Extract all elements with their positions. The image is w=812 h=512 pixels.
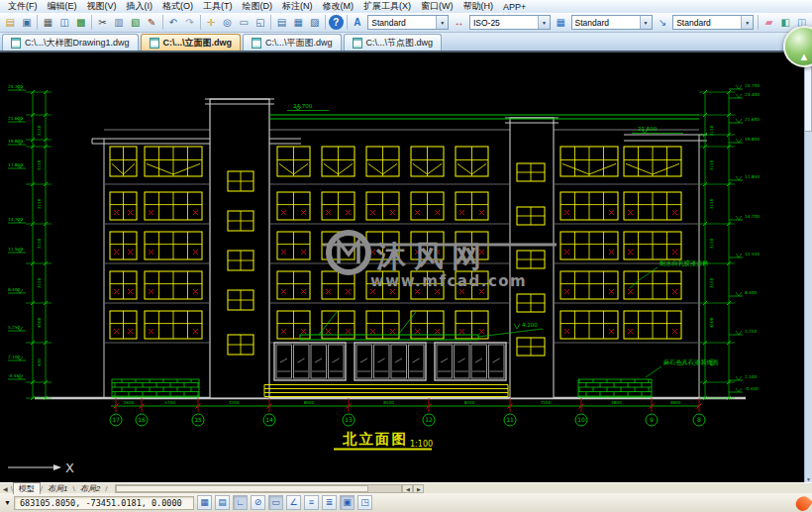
undo-icon[interactable]: ↶ [166, 15, 181, 30]
overkill-icon[interactable]: ◧ [778, 15, 793, 30]
mfcad-logo [793, 493, 812, 512]
svg-text:3150: 3150 [37, 238, 42, 249]
mleader-style-combo[interactable]: Standard ▼ [672, 15, 754, 30]
chevron-down-icon[interactable]: ▼ [538, 16, 550, 29]
ucs-icon: X [8, 461, 74, 475]
doc-tab-detail-drawing[interactable]: C:\...\大样图Drawing1.dwg [2, 34, 139, 51]
drawing-canvas[interactable]: 4.20017260016570015720014800013810012820… [0, 52, 812, 482]
lineweight-toggle[interactable]: ≣ [322, 495, 337, 510]
menu-view[interactable]: 视图(V) [82, 0, 122, 13]
vertical-scroll-thumb[interactable] [804, 62, 812, 132]
drawing-title: 北立面图1:100 [334, 431, 433, 450]
doc-tab-plan[interactable]: C:\...\平面图.dwg [243, 34, 342, 51]
axis-grid: 1726001657001572001480001381001282001171… [110, 398, 705, 426]
menu-window[interactable]: 窗口(W) [416, 0, 458, 13]
layout-tab-nav-icon[interactable]: ◀ [0, 485, 11, 492]
svg-text:8000: 8000 [304, 400, 315, 405]
paste-icon[interactable]: ▧ [128, 15, 143, 30]
zoom-realtime-icon[interactable]: ◎ [220, 15, 235, 30]
publish-icon[interactable]: ▩ [73, 15, 88, 30]
eraser-icon[interactable]: ▰ [761, 15, 776, 30]
open-icon[interactable]: ▤ [3, 15, 18, 30]
dim-style-combo[interactable]: ISO-25 ▼ [469, 15, 551, 30]
svg-text:7200: 7200 [229, 400, 240, 405]
snap-toggle[interactable]: ▦ [197, 495, 212, 510]
svg-text:5700: 5700 [164, 400, 175, 405]
osnap-toggle[interactable]: ▭ [268, 495, 283, 510]
vertical-scrollbar[interactable]: ▲ ▼ [804, 52, 812, 482]
svg-text:3150: 3150 [37, 277, 42, 288]
menu-file[interactable]: 文件(F) [3, 0, 43, 13]
doc-tab-node[interactable]: C:\...\节点图.dwg [344, 34, 443, 51]
redo-icon[interactable]: ↷ [182, 15, 197, 30]
dyn-toggle[interactable]: ≡ [304, 495, 319, 510]
model-space-toggle[interactable]: ▣ [340, 495, 355, 510]
mleader-style-value: Standard [676, 18, 711, 28]
quick-properties-toggle[interactable]: ◳ [357, 495, 372, 510]
table-style-combo[interactable]: Standard ▼ [571, 15, 653, 30]
mleader-style-icon[interactable]: ↘ [656, 15, 670, 30]
toolbar-separator [325, 15, 326, 30]
save-icon[interactable]: ▣ [20, 15, 35, 30]
copy-icon[interactable]: ▥ [112, 15, 127, 30]
svg-text:19.800: 19.800 [745, 137, 760, 142]
svg-text:3150: 3150 [709, 238, 714, 249]
svg-text:2600: 2600 [124, 400, 135, 405]
horizontal-scroll-thumb[interactable] [116, 485, 368, 492]
tab-layout2[interactable]: 布局2 [75, 483, 105, 494]
svg-text:耐水白乳胶漆涂料: 耐水白乳胶漆涂料 [660, 259, 709, 267]
plot-icon[interactable]: ▦ [41, 15, 55, 30]
help-icon[interactable]: ? [329, 15, 344, 30]
toolbar-separator [758, 15, 759, 30]
chevron-down-icon[interactable]: ▼ [436, 16, 448, 29]
menu-edit[interactable]: 编辑(E) [43, 0, 82, 13]
menu-tools[interactable]: 工具(T) [198, 0, 238, 13]
toolbar-separator [91, 15, 92, 30]
toolbar-separator [347, 15, 348, 30]
properties-icon[interactable]: ▤ [274, 15, 289, 30]
menu-app[interactable]: APP+ [498, 2, 531, 12]
polar-toggle[interactable]: ⊘ [251, 495, 265, 510]
match-properties-icon[interactable]: ✎ [145, 15, 159, 30]
svg-text:5.250: 5.250 [745, 329, 758, 334]
menu-dimension[interactable]: 标注(N) [277, 0, 318, 13]
tool-palettes-icon[interactable]: ▨ [307, 15, 322, 30]
horizontal-scrollbar[interactable] [115, 484, 402, 493]
svg-text:21.600: 21.600 [745, 117, 760, 122]
scroll-right-icon[interactable]: ▶ [413, 484, 424, 493]
tab-layout1[interactable]: 布局1 [43, 483, 72, 494]
svg-text:17.850: 17.850 [8, 162, 23, 167]
scroll-left-icon[interactable]: ◀ [402, 484, 413, 493]
doc-tab-elevation-active[interactable]: C:\...\立面图.dwg [141, 34, 242, 51]
roof-lines [269, 115, 699, 119]
text-style-icon[interactable]: A [351, 15, 365, 30]
ortho-toggle[interactable]: ∟ [233, 495, 248, 510]
table-style-icon[interactable]: ▦ [554, 15, 568, 30]
plot-preview-icon[interactable]: ◫ [57, 15, 72, 30]
tab-model[interactable]: 模型 [13, 482, 41, 494]
text-style-combo[interactable]: Standard ▼ [367, 15, 449, 30]
chevron-down-icon[interactable]: ▼ [741, 16, 753, 29]
svg-text:3150: 3150 [37, 198, 42, 209]
chevron-down-icon[interactable]: ▼ [640, 16, 652, 29]
menu-draw[interactable]: 绘图(D) [238, 0, 278, 13]
table-style-value: Standard [575, 18, 610, 28]
menu-insert[interactable]: 插入(I) [122, 0, 158, 13]
svg-text:X: X [65, 461, 74, 475]
menu-help[interactable]: 帮助(H) [458, 0, 499, 13]
svg-text:14: 14 [265, 416, 273, 423]
grid-toggle[interactable]: ▤ [215, 495, 230, 510]
svg-text:3150: 3150 [709, 125, 714, 136]
zoom-previous-icon[interactable]: ◱ [254, 15, 268, 30]
dim-style-icon[interactable]: ↔ [452, 15, 466, 30]
zoom-window-icon[interactable]: ▭ [237, 15, 252, 30]
svg-text:-0.450: -0.450 [745, 386, 759, 391]
cut-icon[interactable]: ✂ [95, 15, 110, 30]
menu-express[interactable]: 扩展工具(X) [358, 0, 416, 13]
designcenter-icon[interactable]: ▦ [291, 15, 306, 30]
menu-modify[interactable]: 修改(M) [318, 0, 359, 13]
otrack-toggle[interactable]: ∠ [286, 495, 301, 510]
scroll-down-icon[interactable]: ▼ [806, 476, 811, 482]
pan-icon[interactable]: ✛ [204, 15, 219, 30]
menu-format[interactable]: 格式(O) [157, 0, 198, 13]
